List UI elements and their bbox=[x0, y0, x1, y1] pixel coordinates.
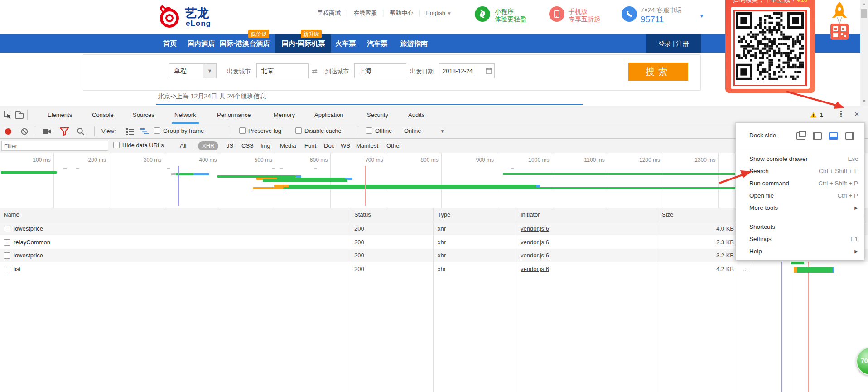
login-register-button[interactable]: 登录 | 注册 bbox=[646, 34, 701, 53]
row-checkbox[interactable] bbox=[4, 252, 10, 259]
tab-network[interactable]: Network bbox=[174, 106, 196, 124]
depart-date-label: 出发日期 bbox=[410, 68, 434, 76]
tab-sources[interactable]: Sources bbox=[133, 106, 154, 124]
list-view-icon[interactable] bbox=[125, 128, 135, 135]
scroll-up-icon[interactable]: ▲ bbox=[862, 2, 867, 6]
timeline-label: 200 ms bbox=[67, 157, 106, 163]
disable-cache-checkbox[interactable]: Disable cache bbox=[295, 127, 342, 134]
filter-chip-ws[interactable]: WS bbox=[341, 141, 350, 150]
clear-icon[interactable] bbox=[21, 128, 28, 135]
dock-bottom-icon[interactable] bbox=[829, 132, 838, 140]
dock-right-icon[interactable] bbox=[845, 132, 854, 140]
throttling-select[interactable]: Online▼ bbox=[404, 127, 444, 134]
nav-item-bus[interactable]: 汽车票 bbox=[367, 34, 387, 53]
menu-item-help[interactable]: Help▶ bbox=[736, 245, 864, 257]
language-selector[interactable]: English ▼ bbox=[426, 10, 451, 16]
initiator-link[interactable]: vendor.js:6 bbox=[521, 236, 549, 249]
row-checkbox[interactable] bbox=[4, 226, 10, 232]
screenshot-capture-icon[interactable] bbox=[43, 128, 52, 135]
rocket-widget-icon[interactable] bbox=[825, 1, 854, 43]
mini-program-icon bbox=[475, 6, 490, 22]
filter-input[interactable] bbox=[1, 141, 108, 151]
from-city-input[interactable]: 北京 bbox=[256, 63, 309, 78]
phone-dropdown-icon[interactable]: ▼ bbox=[699, 13, 704, 19]
column-header-initiator[interactable]: Initiator bbox=[521, 208, 540, 222]
menu-item-settings[interactable]: SettingsF1 bbox=[736, 233, 864, 245]
filter-chip-media[interactable]: Media bbox=[280, 141, 296, 150]
menu-item-search[interactable]: SearchCtrl + Shift + F bbox=[736, 165, 864, 177]
trip-type-select[interactable]: 单程 ▼ bbox=[169, 63, 217, 78]
scrollbar-thumb[interactable] bbox=[861, 9, 867, 18]
filter-chip-js[interactable]: JS bbox=[227, 141, 233, 150]
device-toolbar-icon[interactable] bbox=[15, 111, 24, 119]
filter-icon[interactable] bbox=[60, 127, 69, 136]
tab-console[interactable]: Console bbox=[92, 106, 114, 124]
initiator-link[interactable]: vendor.js:6 bbox=[521, 222, 549, 235]
row-checkbox[interactable] bbox=[4, 239, 10, 246]
preserve-log-checkbox[interactable]: Preserve log bbox=[239, 127, 281, 134]
column-header-name[interactable]: Name bbox=[4, 208, 19, 222]
hide-data-urls-checkbox[interactable]: Hide data URLs bbox=[113, 142, 164, 149]
column-header-size[interactable]: Size bbox=[662, 208, 673, 222]
initiator-link[interactable]: vendor.js:6 bbox=[521, 262, 549, 276]
mobile-phone-icon bbox=[549, 6, 564, 22]
offline-checkbox[interactable]: Offline bbox=[366, 127, 392, 134]
filter-chip-img[interactable]: Img bbox=[260, 141, 270, 150]
tab-audits[interactable]: Audits bbox=[408, 106, 424, 124]
row-checkbox[interactable] bbox=[4, 266, 10, 272]
customize-devtools-button[interactable]: ⋮ bbox=[837, 109, 845, 119]
record-button[interactable] bbox=[5, 128, 11, 135]
swap-cities-icon[interactable]: ⇄ bbox=[312, 67, 318, 75]
tab-application[interactable]: Application bbox=[314, 106, 343, 124]
scroll-down-icon[interactable]: ▼ bbox=[862, 99, 867, 103]
from-city-label: 出发城市 bbox=[227, 68, 251, 76]
close-devtools-button[interactable]: × bbox=[854, 110, 859, 119]
menu-item-dock-side[interactable]: Dock side bbox=[736, 129, 864, 141]
filter-chip-manifest[interactable]: Manifest bbox=[356, 141, 378, 150]
nav-item-travel-guide[interactable]: 旅游指南 bbox=[400, 34, 428, 53]
waterfall-view-icon[interactable] bbox=[140, 128, 149, 135]
filter-chip-doc[interactable]: Doc bbox=[324, 141, 334, 150]
column-header-status[interactable]: Status bbox=[354, 208, 371, 222]
undock-icon[interactable] bbox=[796, 132, 805, 140]
link-mileage-mall[interactable]: 里程商城 bbox=[317, 10, 341, 16]
to-city-label: 到达城市 bbox=[325, 68, 349, 76]
link-help-center[interactable]: 帮助中心 bbox=[390, 10, 413, 16]
qr-promo-panel[interactable]: 扫码领奖，下单立减 + ¥10 bbox=[725, 0, 815, 93]
filter-chip-other[interactable]: Other bbox=[386, 141, 401, 150]
mobile-version-promo[interactable]: 手机版 专享五折起 bbox=[569, 8, 600, 23]
tab-elements[interactable]: Elements bbox=[48, 106, 72, 124]
tab-performance[interactable]: Performance bbox=[217, 106, 251, 124]
nav-item-train[interactable]: 火车票 bbox=[335, 34, 356, 53]
menu-item-more-tools[interactable]: More tools▶ bbox=[736, 202, 864, 214]
menu-item-shortcuts[interactable]: Shortcuts bbox=[736, 221, 864, 233]
filter-chip-font[interactable]: Font bbox=[304, 141, 316, 150]
menu-item-show-console-drawer[interactable]: Show console drawerEsc bbox=[736, 153, 864, 165]
logo-text-en: eLong bbox=[186, 20, 211, 27]
filter-chip-all[interactable]: All bbox=[180, 141, 186, 150]
search-button[interactable]: 搜索 bbox=[628, 63, 688, 81]
depart-date-input[interactable]: 2018-12-24 bbox=[439, 63, 495, 78]
link-online-service[interactable]: 在线客服 bbox=[353, 10, 377, 16]
mini-program-promo[interactable]: 小程序 体验更轻盈 bbox=[495, 8, 526, 23]
initiator-link[interactable]: vendor.js:6 bbox=[521, 249, 549, 262]
column-header-type[interactable]: Type bbox=[438, 208, 450, 222]
page-scrollbar[interactable]: ▲ ▼ bbox=[860, 0, 868, 106]
warning-badge[interactable]: 1 bbox=[810, 111, 823, 120]
search-icon[interactable] bbox=[77, 127, 85, 136]
tab-security[interactable]: Security bbox=[367, 106, 388, 124]
menu-item-open-file[interactable]: Open fileCtrl + P bbox=[736, 189, 864, 202]
inspect-element-icon[interactable] bbox=[4, 111, 12, 119]
filter-chip-css[interactable]: CSS bbox=[241, 141, 254, 150]
tab-memory[interactable]: Memory bbox=[274, 106, 295, 124]
dock-left-icon[interactable] bbox=[813, 132, 822, 140]
filter-chip-xhr[interactable]: XHR bbox=[198, 141, 218, 150]
timeline-label: 900 ms bbox=[455, 157, 494, 163]
nav-item-domestic-hotel[interactable]: 国内酒店 bbox=[188, 34, 215, 53]
group-by-frame-checkbox[interactable]: Group by frame bbox=[154, 127, 204, 134]
devtools-customize-menu: Dock side Show console drawerEsc SearchC… bbox=[735, 122, 865, 260]
to-city-input[interactable]: 上海 bbox=[354, 63, 406, 78]
warning-icon bbox=[810, 112, 817, 118]
nav-item-home[interactable]: 首页 bbox=[163, 34, 177, 53]
menu-item-run-command[interactable]: Run commandCtrl + Shift + P bbox=[736, 177, 864, 189]
